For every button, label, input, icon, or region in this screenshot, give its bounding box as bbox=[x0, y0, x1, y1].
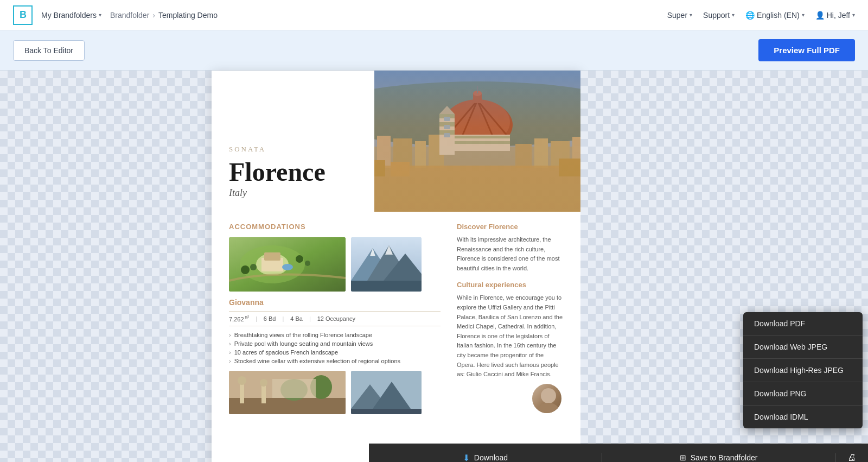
hero-image-overlay bbox=[374, 71, 580, 212]
villa-feature-item: 10 acres of spacious French landscape bbox=[229, 349, 441, 356]
save-to-brandfolder-button[interactable]: ⊞ Save to Brandfolder bbox=[602, 453, 835, 462]
chevron-down-icon: ▾ bbox=[99, 12, 101, 18]
mountain-photo bbox=[351, 237, 422, 292]
chevron-down-icon: ▾ bbox=[690, 12, 692, 18]
chevron-down-icon: ▾ bbox=[732, 12, 735, 18]
villa-feature-item: Breathtaking views of the rolling Floren… bbox=[229, 332, 441, 338]
doc-sonata-label: SONATA bbox=[229, 145, 357, 154]
user-icon: 👤 bbox=[815, 11, 825, 20]
my-brandfolders-nav[interactable]: My Brandfolders ▾ bbox=[41, 11, 101, 20]
brandfolder-icon: ⊞ bbox=[680, 453, 686, 462]
garden-image bbox=[229, 371, 346, 414]
svg-rect-56 bbox=[229, 398, 346, 414]
tuscany-image bbox=[229, 237, 346, 292]
villa-feature-item: Private pool with lounge seating and mou… bbox=[229, 340, 441, 347]
document: SONATA Florence Italy bbox=[212, 71, 580, 462]
download-icon: ⬇ bbox=[463, 453, 470, 463]
download-option[interactable]: Download High-Res JPEG bbox=[743, 359, 863, 382]
globe-icon: 🌐 bbox=[745, 11, 755, 20]
villa-feature-item: Stocked wine cellar with extensive selec… bbox=[229, 358, 441, 364]
svg-point-44 bbox=[241, 265, 250, 274]
villa-sqft: 7,262 ft² bbox=[229, 315, 256, 322]
doc-bottom: Accommodations bbox=[212, 212, 580, 425]
villa-photo-2 bbox=[351, 371, 422, 414]
breadcrumb-separator: › bbox=[152, 11, 155, 20]
villa-features-list: Breathtaking views of the rolling Floren… bbox=[229, 332, 441, 364]
language-nav[interactable]: 🌐 English (EN) ▾ bbox=[745, 11, 805, 20]
download-option[interactable]: Download IDML bbox=[743, 406, 863, 428]
svg-rect-59 bbox=[261, 384, 266, 403]
breadcrumb-brandfolder[interactable]: Brandfolder bbox=[110, 11, 149, 20]
cultural-title: Cultural experiences bbox=[457, 281, 563, 289]
download-option[interactable]: Download PNG bbox=[743, 382, 863, 406]
support-nav[interactable]: Support ▾ bbox=[703, 11, 735, 20]
villa-occupancy: 12 Occupancy bbox=[311, 315, 362, 322]
svg-point-58 bbox=[238, 376, 246, 385]
right-panel: Download PDFDownload Web JPEGDownload Hi… bbox=[580, 71, 868, 462]
download-option[interactable]: Download Web JPEG bbox=[743, 336, 863, 359]
toolbar: Back To Editor Preview Full PDF bbox=[0, 30, 868, 71]
discover-title: Discover Florence bbox=[457, 223, 563, 231]
svg-rect-67 bbox=[351, 409, 422, 414]
top-navigation: B My Brandfolders ▾ Brandfolder › Templa… bbox=[0, 0, 868, 30]
nav-right: Super ▾ Support ▾ 🌐 English (EN) ▾ 👤 Hi,… bbox=[667, 11, 855, 20]
villa-image-2 bbox=[351, 371, 422, 414]
doc-right-column: Discover Florence With its impressive ar… bbox=[451, 223, 563, 414]
download-button[interactable]: ⬇ Download bbox=[369, 453, 602, 463]
photo-row-2 bbox=[229, 371, 441, 414]
svg-rect-42 bbox=[264, 252, 280, 261]
svg-rect-63 bbox=[272, 379, 316, 398]
svg-point-68 bbox=[541, 388, 556, 403]
bottom-bar: ⬇ Download ⊞ Save to Brandfolder 🖨 bbox=[369, 444, 868, 462]
tuscany-photo bbox=[229, 237, 346, 292]
logo-letter: B bbox=[20, 9, 26, 21]
garden-photo bbox=[229, 371, 346, 414]
photo-row-1 bbox=[229, 237, 441, 292]
avatar bbox=[531, 382, 563, 415]
accommodations-title: Accommodations bbox=[229, 223, 441, 231]
doc-hero: SONATA Florence Italy bbox=[212, 71, 580, 212]
svg-point-69 bbox=[538, 403, 559, 415]
villa-beds: 6 Bd bbox=[257, 315, 283, 322]
svg-point-47 bbox=[305, 261, 310, 266]
chevron-down-icon: ▾ bbox=[852, 12, 855, 18]
svg-point-45 bbox=[250, 264, 257, 270]
mountains-image bbox=[351, 237, 422, 292]
breadcrumb-current: Templating Demo bbox=[158, 11, 218, 20]
main-area: SONATA Florence Italy bbox=[0, 71, 868, 462]
print-icon: 🖨 bbox=[847, 453, 856, 462]
svg-rect-54 bbox=[351, 281, 422, 292]
villa-baths: 4 Ba bbox=[284, 315, 309, 322]
doc-city-title: Florence bbox=[229, 159, 357, 185]
download-popup: Download PDFDownload Web JPEGDownload Hi… bbox=[743, 312, 863, 428]
chevron-down-icon: ▾ bbox=[802, 12, 805, 18]
villa-stats: 7,262 ft² | 6 Bd | 4 Ba | 12 Occupancy bbox=[229, 311, 441, 326]
hero-text: SONATA Florence Italy bbox=[212, 132, 374, 212]
villa-name: Giovanna bbox=[229, 298, 441, 307]
svg-point-60 bbox=[260, 379, 267, 387]
user-nav[interactable]: 👤 Hi, Jeff ▾ bbox=[815, 11, 855, 20]
print-button[interactable]: 🖨 bbox=[835, 453, 868, 462]
left-panel bbox=[0, 71, 212, 462]
doc-left-column: Accommodations bbox=[229, 223, 441, 414]
nav-left: B My Brandfolders ▾ Brandfolder › Templa… bbox=[13, 5, 218, 25]
download-option[interactable]: Download PDF bbox=[743, 312, 863, 336]
back-to-editor-button[interactable]: Back To Editor bbox=[13, 40, 85, 61]
brand-logo[interactable]: B bbox=[13, 5, 33, 25]
cultural-text: While in Florence, we encourage you to e… bbox=[457, 293, 563, 379]
doc-country-subtitle: Italy bbox=[229, 187, 357, 199]
hero-image bbox=[374, 71, 580, 212]
svg-point-43 bbox=[282, 264, 293, 270]
super-nav[interactable]: Super ▾ bbox=[667, 11, 692, 20]
preview-pdf-button[interactable]: Preview Full PDF bbox=[758, 39, 855, 61]
svg-point-46 bbox=[296, 255, 303, 263]
discover-text: With its impressive architecture, the Re… bbox=[457, 235, 563, 273]
breadcrumb: Brandfolder › Templating Demo bbox=[110, 11, 218, 20]
